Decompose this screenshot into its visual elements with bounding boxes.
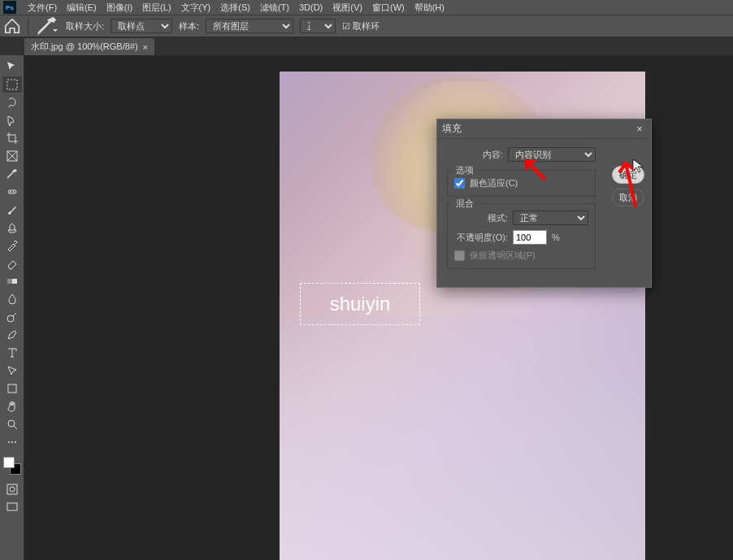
mode-select[interactable]: 正常 [300,19,336,33]
clone-stamp-tool-icon[interactable] [2,219,22,236]
svg-rect-8 [8,384,16,393]
svg-point-9 [8,420,15,427]
move-tool-icon[interactable] [2,59,22,75]
svg-point-3 [10,191,11,193]
menu-select[interactable]: 选择(S) [215,2,255,14]
quickmask-icon[interactable] [2,481,22,497]
foreground-background-colors[interactable] [3,457,21,475]
svg-point-7 [7,315,14,322]
menu-bar: Ps 文件(F) 编辑(E) 图像(I) 图层(L) 文字(Y) 选择(S) 滤… [0,0,733,15]
opacity-input[interactable] [513,230,547,245]
photoshop-logo-icon: Ps [3,1,16,14]
menu-type[interactable]: 文字(Y) [176,2,216,14]
preserve-transparency-label: 保留透明区域(P) [470,250,536,262]
svg-point-11 [11,441,13,443]
menu-view[interactable]: 视图(V) [327,2,367,14]
svg-rect-15 [7,503,17,510]
menu-window[interactable]: 窗口(W) [367,2,410,14]
frame-tool-icon[interactable] [2,148,22,164]
options-legend: 选项 [453,164,477,176]
sample-size-select[interactable]: 取样点 [111,19,172,33]
menu-3d[interactable]: 3D(D) [294,2,327,12]
separator [28,17,28,35]
content-label: 内容: [483,149,503,161]
svg-rect-13 [7,484,17,494]
eraser-tool-icon[interactable] [2,255,22,271]
foreground-color-swatch[interactable] [3,457,15,468]
opacity-label: 不透明度(O): [454,232,508,244]
sample-ring-toggle[interactable]: ☑ 取样环 [342,20,380,33]
watermark-text: shuiyin [330,293,391,315]
quick-select-tool-icon[interactable] [2,112,22,128]
path-select-tool-icon[interactable] [2,362,22,379]
menu-edit[interactable]: 编辑(E) [62,2,102,14]
annotation-arrow-icon [520,156,548,180]
dodge-tool-icon[interactable] [2,309,22,325]
crop-tool-icon[interactable] [2,130,22,146]
menu-layer[interactable]: 图层(L) [137,2,176,14]
color-adapt-label: 颜色适应(C) [470,177,518,189]
lasso-tool-icon[interactable] [2,94,22,111]
blur-tool-icon[interactable] [2,291,22,307]
current-tool-eyedropper-icon[interactable] [35,17,59,35]
document-tab[interactable]: 水印.jpg @ 100%(RGB/8#) × [24,38,154,55]
svg-point-12 [15,441,16,443]
screenmode-icon[interactable] [2,499,22,515]
marquee-tool-icon[interactable] [2,76,22,93]
tab-title: 水印.jpg @ 100%(RGB/8#) [31,41,138,53]
cursor-icon [632,158,644,173]
svg-rect-0 [7,80,17,89]
brush-tool-icon[interactable] [2,202,22,218]
healing-brush-tool-icon[interactable] [2,184,22,200]
pen-tool-icon[interactable] [2,327,22,343]
hand-tool-icon[interactable] [2,398,22,415]
preserve-transparency-checkbox [454,250,465,261]
eyedropper-tool-icon[interactable] [2,166,22,182]
dialog-close-icon[interactable]: × [633,124,646,135]
svg-point-4 [13,191,15,193]
home-button[interactable] [3,17,21,35]
svg-rect-6 [7,279,12,284]
sample-layer-select[interactable]: 所有图层 [206,19,293,33]
blend-mode-label: 模式: [454,212,508,224]
type-tool-icon[interactable] [2,345,22,361]
document-tab-bar: 水印.jpg @ 100%(RGB/8#) × [0,37,733,55]
blend-legend: 混合 [453,198,477,210]
blend-mode-select[interactable]: 正常 [513,211,588,225]
dialog-title: 填充 [442,122,462,136]
color-adapt-checkbox[interactable] [454,178,465,189]
zoom-tool-icon[interactable] [2,416,22,432]
menu-file[interactable]: 文件(F) [23,2,62,14]
edit-toolbar-icon[interactable] [2,434,22,450]
menu-help[interactable]: 帮助(H) [410,2,449,14]
svg-point-10 [8,441,10,443]
tools-panel [0,55,24,560]
menu-image[interactable]: 图像(I) [102,2,137,14]
menu-filter[interactable]: 滤镜(T) [255,2,294,14]
sample-size-label: 取样大小: [66,20,104,33]
tab-close-icon[interactable]: × [143,42,148,52]
marquee-selection: shuiyin [300,283,420,325]
shape-tool-icon[interactable] [2,380,22,397]
svg-rect-2 [8,190,16,193]
sample-label: 样本: [179,20,199,33]
dialog-titlebar[interactable]: 填充 × [437,119,651,139]
history-brush-tool-icon[interactable] [2,237,22,254]
gradient-tool-icon[interactable] [2,273,22,289]
svg-point-14 [10,487,15,492]
options-bar: 取样大小: 取样点 样本: 所有图层 正常 ☑ 取样环 [0,15,733,37]
opacity-unit: % [552,232,560,242]
